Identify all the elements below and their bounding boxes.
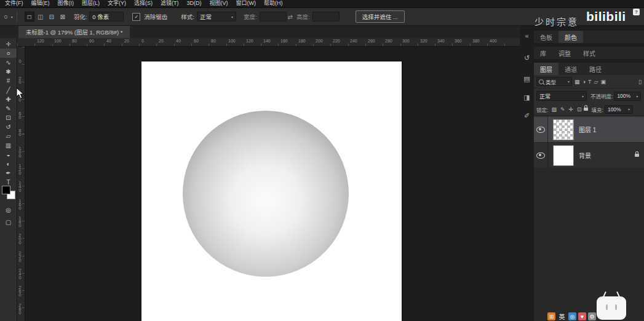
width-label: 宽度: xyxy=(244,12,257,21)
filter-pixel-layers-icon[interactable]: ▦ xyxy=(574,79,580,85)
tool-pen[interactable]: ✒ xyxy=(0,168,17,178)
tab-libraries[interactable]: 库 xyxy=(534,47,552,59)
lock-image-pixels-icon[interactable]: ✎ xyxy=(560,106,565,113)
separator xyxy=(17,11,17,22)
filter-shape-layers-icon[interactable]: ▱ xyxy=(594,79,598,85)
layer-thumbnail[interactable] xyxy=(553,145,574,166)
layer-visibility-toggle[interactable] xyxy=(534,117,548,142)
tool-gradient[interactable]: ▥ xyxy=(0,141,17,150)
intersect-selection-button[interactable]: ⊠ xyxy=(58,12,68,22)
ruler-mark: 200 xyxy=(18,233,22,244)
lock-transparent-pixels-icon[interactable]: ▨ xyxy=(551,106,557,113)
ime-language-icon[interactable]: 英 xyxy=(558,312,566,320)
opacity-input[interactable]: 100% ▾ xyxy=(614,92,641,101)
new-selection-button[interactable]: □ xyxy=(25,12,34,22)
tool-spot-healing[interactable]: ✚ xyxy=(0,95,17,104)
tool-clone-stamp[interactable]: ⊡ xyxy=(0,113,17,122)
layer-row-layer1[interactable]: 图层 1 xyxy=(534,117,644,143)
tab-color[interactable]: 颜色 xyxy=(559,31,583,43)
lock-position-icon[interactable]: ✛ xyxy=(568,106,573,113)
tool-crop[interactable]: # xyxy=(0,76,17,85)
feather-value: 0 像素 xyxy=(92,12,109,21)
quick-mask-button[interactable]: ◎ xyxy=(0,205,17,215)
tool-preset-dropdown[interactable]: ○ ▾ xyxy=(4,13,13,20)
menu-window[interactable]: 窗口(W) xyxy=(236,0,256,7)
menu-image[interactable]: 图像(I) xyxy=(58,0,74,7)
lock-label: 锁定: xyxy=(536,106,548,113)
layer-thumbnail[interactable] xyxy=(553,119,574,140)
tool-history-brush[interactable]: ↺ xyxy=(0,122,17,132)
tab-layers[interactable]: 图层 xyxy=(534,63,559,75)
antialias-checkbox[interactable]: ✓ xyxy=(132,13,140,21)
tool-elliptical-marquee[interactable]: ○ xyxy=(0,49,17,58)
tab-styles[interactable]: 样式 xyxy=(577,47,602,59)
subtract-selection-button[interactable]: ⊟ xyxy=(47,12,57,22)
filter-type-dropdown[interactable]: 类型 ▾ xyxy=(536,77,572,86)
history-panel-icon[interactable]: ↺ xyxy=(520,54,534,62)
properties-panel-icon[interactable]: ▤ xyxy=(520,75,534,83)
tab-paths[interactable]: 路径 xyxy=(583,63,608,75)
filter-type-layers-icon[interactable]: T xyxy=(588,79,592,85)
fill-input[interactable]: 100% ▾ xyxy=(605,105,633,114)
height-input[interactable] xyxy=(312,12,340,22)
taskbar-app-orange-icon[interactable]: ⊞ xyxy=(547,312,555,320)
ruler-mark: 340 xyxy=(437,39,445,43)
screen-mode-button[interactable]: ▢ xyxy=(0,218,17,227)
tool-quick-selection[interactable]: ✱ xyxy=(0,67,17,76)
tab-swatches[interactable]: 色板 xyxy=(534,31,559,43)
tab-adjustments[interactable]: 调整 xyxy=(552,47,577,59)
info-panel-icon[interactable]: ◨ xyxy=(520,93,534,101)
tool-move[interactable]: ✛ xyxy=(0,39,17,49)
tv-eye-right xyxy=(615,304,617,310)
filter-smart-objects-icon[interactable]: ▣ xyxy=(600,79,606,85)
document-canvas[interactable] xyxy=(141,61,402,321)
color-swatches xyxy=(2,186,15,199)
tool-brush[interactable]: ✎ xyxy=(0,104,17,113)
taskbar-app-red-icon[interactable]: ♥ xyxy=(578,312,586,320)
select-and-mask-button[interactable]: 选择并遮住 ... xyxy=(356,10,405,23)
layers-panel: 类型 ▾ ▦ ◑ T ▱ ▣ ▯ 正常 ▾ 不透明度: 100% ▾ 锁定: ▨… xyxy=(534,75,644,321)
foreground-color-swatch[interactable] xyxy=(2,186,10,194)
swap-dimensions-icon[interactable]: ⇄ xyxy=(288,14,293,20)
horizontal-ruler[interactable]: 120 100 80 60 40 20 0 20 40 60 80 100 12… xyxy=(17,38,520,47)
menu-filter[interactable]: 滤镜(T) xyxy=(161,0,179,7)
tool-dodge[interactable]: ◐ xyxy=(0,159,17,168)
current-tool-icon: ○ xyxy=(4,13,8,20)
style-select[interactable]: 正常 ▾ xyxy=(197,12,236,22)
lock-artboard-icon[interactable]: ⊡ xyxy=(577,106,582,113)
document-tab[interactable]: 未标题-1 @ 179% (图层 1, RGB/8#) * xyxy=(18,26,130,38)
lock-all-icon[interactable] xyxy=(584,108,588,111)
tool-eraser[interactable]: ▱ xyxy=(0,132,17,141)
brush-settings-panel-icon[interactable]: ✐ xyxy=(520,112,534,120)
menu-type[interactable]: 文字(Y) xyxy=(108,0,126,7)
menu-select[interactable]: 选择(S) xyxy=(134,0,153,7)
ruler-mark: 260 xyxy=(368,39,375,43)
collapse-panels-icon[interactable]: « xyxy=(520,32,534,39)
blend-mode-select[interactable]: 正常 ▾ xyxy=(536,91,587,101)
menu-help[interactable]: 帮助(H) xyxy=(264,0,283,7)
feather-input[interactable]: 0 像素 xyxy=(89,12,124,22)
layer-visibility-toggle[interactable] xyxy=(534,143,548,168)
menu-layer[interactable]: 图层(L) xyxy=(82,0,100,7)
layer-row-background[interactable]: 背景 xyxy=(534,143,644,168)
tool-bar: ✛ ○ ∿ ✱ # ╱ ✚ ✎ ⊡ ↺ ▱ ▥ ◒ ◐ ✒ T ◎ ▢ xyxy=(0,38,17,321)
menu-view[interactable]: 视图(V) xyxy=(210,0,228,7)
taskbar-app-blue-icon[interactable]: ◎ xyxy=(568,312,576,320)
menu-3d[interactable]: 3D(D) xyxy=(187,0,202,7)
menu-file[interactable]: 文件(F) xyxy=(5,0,23,7)
adjust-panel-tabs: 库 调整 样式 xyxy=(534,47,644,59)
tab-channels[interactable]: 通道 xyxy=(559,63,583,75)
taskbar-gear-icon[interactable]: ⚙ xyxy=(588,312,596,320)
ruler-mark: 0 xyxy=(141,39,144,43)
tool-eyedropper[interactable]: ╱ xyxy=(0,85,17,95)
filter-adjustment-layers-icon[interactable]: ◑ xyxy=(582,79,586,85)
tool-lasso[interactable]: ∿ xyxy=(0,58,17,67)
ruler-mark: 60 xyxy=(18,111,22,119)
filter-toggle[interactable]: ▯ xyxy=(638,79,642,85)
add-selection-button[interactable]: ◫ xyxy=(36,12,46,22)
ruler-mark: 100 xyxy=(18,146,22,157)
width-input[interactable] xyxy=(260,12,287,22)
tool-blur[interactable]: ◒ xyxy=(0,150,17,159)
ruler-mark: 20 xyxy=(18,76,22,84)
menu-edit[interactable]: 编辑(E) xyxy=(31,0,50,7)
